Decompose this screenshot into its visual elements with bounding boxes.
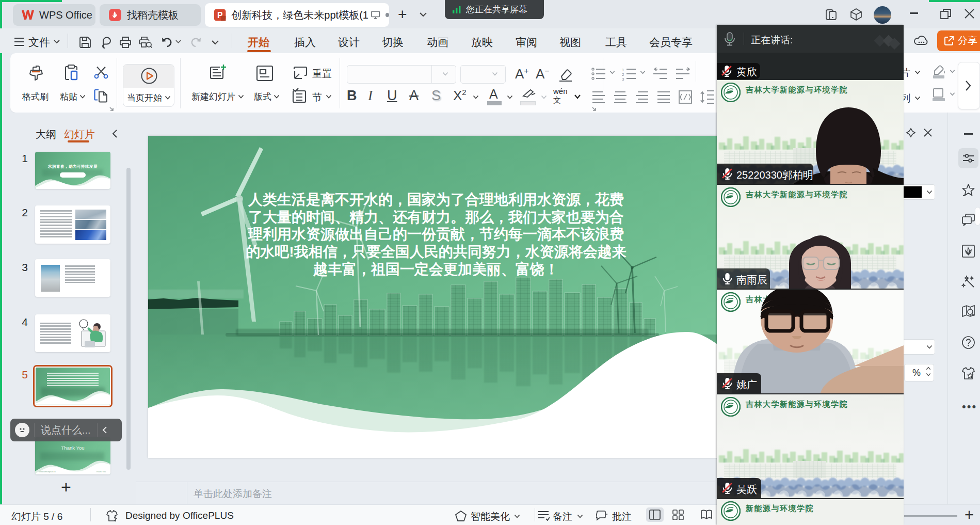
svg-text:3: 3 — [622, 77, 624, 81]
svg-text:P: P — [217, 11, 222, 20]
svg-text:1: 1 — [622, 68, 624, 72]
svg-text:2: 2 — [622, 72, 624, 77]
svg-text:www.officeplus.cn: www.officeplus.cn — [39, 470, 56, 473]
svg-text:Thank You: Thank You — [96, 470, 106, 473]
